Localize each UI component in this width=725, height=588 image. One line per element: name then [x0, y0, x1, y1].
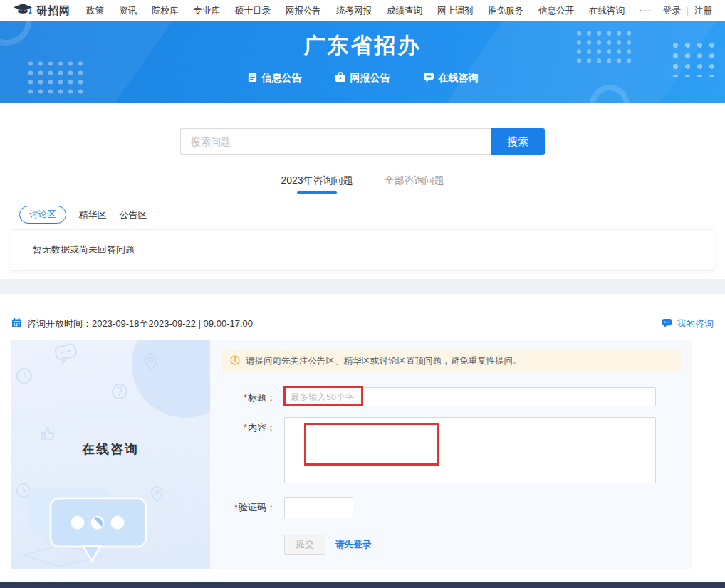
login-link[interactable]: 登录 [663, 5, 681, 17]
question-doodle-icon [110, 382, 129, 404]
nav-item-exemption[interactable]: 推免服务 [488, 5, 523, 17]
site-logo[interactable]: 研招网 [13, 3, 71, 19]
zone-subtabs: 讨论区 精华区 公告区 [19, 206, 725, 224]
tab-2023-questions[interactable]: 2023年咨询问题 [281, 174, 353, 194]
subtab-discussion-zone[interactable]: 讨论区 [19, 206, 66, 224]
nav-item-major-library[interactable]: 专业库 [194, 5, 221, 17]
nav-item-news[interactable]: 资讯 [119, 5, 137, 17]
logo-text: 研招网 [36, 4, 71, 18]
banner-link-info-announcement[interactable]: 信息公告 [247, 72, 302, 85]
banner-link-label: 网报公告 [350, 72, 390, 85]
calendar-icon [11, 317, 22, 330]
notice-bar: 请提问前先关注公告区、精华区或讨论区置顶问题，避免重复性提问。 [221, 350, 681, 372]
hero-banner: 广东省招办 信息公告 网报公告 [0, 21, 725, 103]
question-form: 请提问前先关注公告区、精华区或讨论区置顶问题，避免重复性提问。 *标题： *内容… [210, 340, 692, 569]
nav-item-adjustment[interactable]: 网上调剂 [437, 5, 473, 17]
banner-link-online-announcement[interactable]: 网报公告 [335, 72, 390, 85]
nav-item-online-announcement[interactable]: 网报公告 [286, 5, 321, 17]
register-link[interactable]: 注册 [694, 5, 712, 17]
title-field-row: *标题： [221, 387, 681, 406]
chat-doodle-icon [55, 344, 79, 367]
nav-item-master-catalog[interactable]: 硕士目录 [235, 5, 271, 17]
my-consult-link[interactable]: 我的咨询 [662, 317, 714, 330]
footer-band [0, 582, 725, 588]
required-mark: * [244, 422, 247, 433]
nav-item-score-query[interactable]: 成绩查询 [387, 5, 422, 17]
open-time-info: 咨询开放时间：2023-09-18至2023-09-22 | 09:00-17:… [11, 317, 253, 330]
banner-link-online-consult[interactable]: 在线咨询 [423, 72, 479, 85]
content-field-row: *内容： [221, 417, 681, 486]
auth-links: 登录 | 注册 [663, 5, 712, 17]
subtab-featured-zone[interactable]: 精华区 [79, 209, 107, 221]
briefcase-icon [335, 72, 346, 85]
search-button[interactable]: 搜索 [491, 128, 545, 155]
graduation-cap-icon [13, 3, 33, 19]
login-first-link[interactable]: 请先登录 [335, 539, 371, 551]
search-input[interactable] [180, 128, 491, 155]
content-textarea[interactable] [284, 417, 656, 483]
chat-illustration [16, 484, 187, 569]
submit-button[interactable]: 提交 [284, 535, 325, 555]
clock-doodle-icon [15, 367, 33, 388]
quarter-circle-decoration [132, 340, 210, 418]
captcha-input[interactable] [284, 497, 353, 518]
info-icon [230, 355, 240, 367]
bulletin-icon [247, 72, 258, 85]
banner-link-label: 在线咨询 [439, 72, 479, 85]
subtab-announcement-zone[interactable]: 公告区 [120, 209, 147, 221]
nav-menu: 政策 资讯 院校库 专业库 硕士目录 网报公告 统考网报 成绩查询 网上调剂 推… [86, 5, 663, 17]
question-tabs: 2023年咨询问题 全部咨询问题 [0, 174, 725, 194]
nav-item-info-disclosure[interactable]: 信息公开 [538, 5, 574, 17]
title-input[interactable] [284, 387, 656, 406]
captcha-field-row: *验证码： [221, 497, 681, 518]
nav-item-online-consult[interactable]: 在线咨询 [589, 5, 625, 17]
tab-all-questions[interactable]: 全部咨询问题 [385, 174, 444, 194]
nav-item-policy[interactable]: 政策 [86, 5, 104, 17]
top-navigation: 研招网 政策 资讯 院校库 专业库 硕士目录 网报公告 统考网报 成绩查询 网上… [0, 0, 725, 21]
banner-link-row: 信息公告 网报公告 在线咨询 [0, 72, 725, 85]
nav-item-unified-exam[interactable]: 统考网报 [336, 5, 372, 17]
consult-section: 在线咨询 请提问 [11, 340, 725, 569]
chat-icon [423, 72, 434, 85]
submit-row: 提交 请先登录 [221, 535, 681, 555]
online-consult-panel: 在线咨询 [11, 340, 210, 569]
panel-title: 在线咨询 [11, 441, 210, 458]
chat-bubble-icon [662, 318, 672, 330]
content-label: *内容： [221, 417, 284, 486]
consult-time-bar: 咨询开放时间：2023-09-18至2023-09-22 | 09:00-17:… [11, 317, 714, 330]
open-time-text: 咨询开放时间：2023-09-18至2023-09-22 | 09:00-17:… [27, 317, 253, 330]
banner-link-label: 信息公告 [262, 72, 302, 85]
page-title: 广东省招办 [0, 31, 725, 61]
search-bar: 搜索 [0, 128, 725, 155]
required-mark: * [234, 502, 238, 513]
empty-result-card: 暂无数据或尚未回答问题 [11, 229, 714, 271]
required-mark: * [244, 392, 247, 403]
nav-more-menu[interactable]: ··· [640, 6, 653, 16]
notice-text: 请提问前先关注公告区、精华区或讨论区置顶问题，避免重复性提问。 [246, 355, 522, 367]
pin-doodle-icon [143, 352, 159, 375]
captcha-label: *验证码： [221, 497, 284, 518]
my-consult-label: 我的咨询 [677, 317, 714, 330]
section-divider [0, 279, 725, 294]
auth-divider: | [687, 6, 689, 16]
empty-message: 暂无数据或尚未回答问题 [33, 243, 135, 256]
title-label: *标题： [221, 387, 284, 406]
nav-item-college-library[interactable]: 院校库 [152, 5, 179, 17]
